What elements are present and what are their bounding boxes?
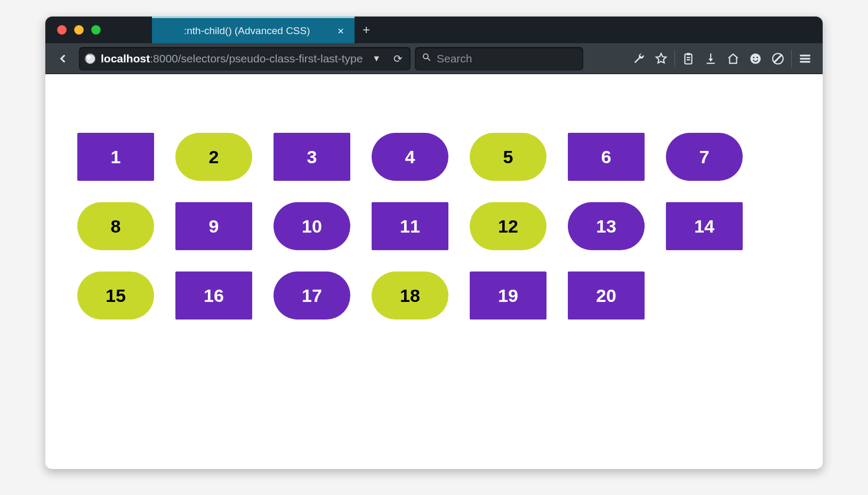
url-dropdown-button[interactable]: ▼ [369,54,384,63]
box-label: 16 [204,285,224,306]
box-label: 20 [596,285,616,306]
svg-point-8 [753,57,754,58]
box-17: 17 [274,272,350,320]
svg-rect-2 [685,54,692,63]
box-label: 12 [498,216,518,237]
minimize-window-button[interactable] [74,25,84,35]
box-11: 11 [372,202,448,250]
compass-icon [771,52,785,66]
box-20: 20 [568,272,645,320]
box-label: 13 [596,216,616,237]
box-10: 10 [274,202,350,250]
svg-point-9 [757,57,758,58]
svg-rect-6 [706,62,714,63]
back-button[interactable] [52,47,74,70]
search-input[interactable] [437,52,576,65]
svg-point-0 [423,54,428,59]
reload-button[interactable]: ⟳ [389,52,407,65]
globe-icon [85,53,95,64]
box-6: 6 [568,133,645,181]
box-9: 9 [175,202,252,250]
box-8: 8 [77,202,154,250]
box-label: 2 [209,147,219,167]
search-bar[interactable] [415,47,583,70]
box-label: 14 [694,216,714,237]
box-4: 4 [372,133,448,181]
url-path: :8000/selectors/pseudo-class-first-last-… [150,52,363,65]
svg-rect-13 [800,61,810,62]
toolbar: localhost:8000/selectors/pseudo-class-fi… [45,43,823,74]
tab-title: :nth-child() (Advanced CSS) [184,25,326,37]
box-label: 9 [209,216,219,237]
box-label: 15 [106,285,126,306]
hamburger-icon [798,52,812,66]
wrench-icon [632,52,646,66]
clipboard-icon [681,52,695,66]
browser-window: :nth-child() (Advanced CSS) × + localhos… [45,16,823,469]
box-label: 5 [503,147,513,167]
box-15: 15 [77,272,154,320]
box-label: 7 [700,147,710,167]
devtools-button[interactable] [628,47,650,70]
box-label: 1 [111,147,121,167]
star-icon [654,52,668,66]
box-19: 19 [470,272,546,320]
clipboard-button[interactable] [677,47,700,70]
svg-rect-3 [687,53,690,55]
menu-button[interactable] [794,47,816,70]
search-icon [422,52,431,65]
box-label: 3 [307,147,317,167]
box-3: 3 [274,133,350,181]
box-label: 6 [601,147,612,167]
box-label: 8 [111,216,121,237]
box-16: 16 [175,272,252,320]
box-label: 17 [302,285,322,306]
box-12: 12 [470,202,546,250]
home-icon [726,52,740,66]
window-controls [45,17,152,43]
box-13: 13 [568,202,645,250]
new-tab-button[interactable]: + [355,17,378,43]
box-grid: 1234567891011121314151617181920 [77,133,781,320]
svg-point-7 [750,53,761,64]
arrow-left-icon [56,52,70,66]
box-label: 19 [498,285,518,306]
home-button[interactable] [722,47,744,70]
svg-line-1 [428,58,430,61]
browser-tab-active[interactable]: :nth-child() (Advanced CSS) × [152,17,355,43]
titlebar-spacer [378,17,823,43]
toolbar-right [628,47,816,70]
url-bar[interactable]: localhost:8000/selectors/pseudo-class-fi… [79,47,410,70]
toolbar-separator [674,50,675,68]
box-label: 18 [400,285,420,306]
page-content: 1234567891011121314151617181920 [45,74,823,469]
close-window-button[interactable] [57,25,67,35]
close-tab-button[interactable]: × [337,26,344,36]
zoom-window-button[interactable] [91,25,101,35]
titlebar: :nth-child() (Advanced CSS) × + [45,17,823,43]
toolbar-separator [791,50,792,68]
svg-rect-12 [800,58,810,59]
download-icon [704,52,718,66]
smiley-icon [749,52,762,66]
url-text: localhost:8000/selectors/pseudo-class-fi… [101,52,364,65]
box-7: 7 [666,133,743,181]
feedback-button[interactable] [744,47,767,70]
downloads-button[interactable] [700,47,722,70]
box-label: 4 [405,147,415,167]
box-label: 11 [400,216,420,237]
bookmark-button[interactable] [650,47,672,70]
box-label: 10 [302,216,322,237]
box-5: 5 [470,133,546,181]
svg-rect-11 [800,54,810,56]
box-1: 1 [77,133,154,181]
addon-button[interactable] [767,47,789,70]
url-host: localhost [101,52,150,65]
box-18: 18 [372,272,448,320]
box-2: 2 [175,133,252,181]
box-14: 14 [666,202,743,250]
